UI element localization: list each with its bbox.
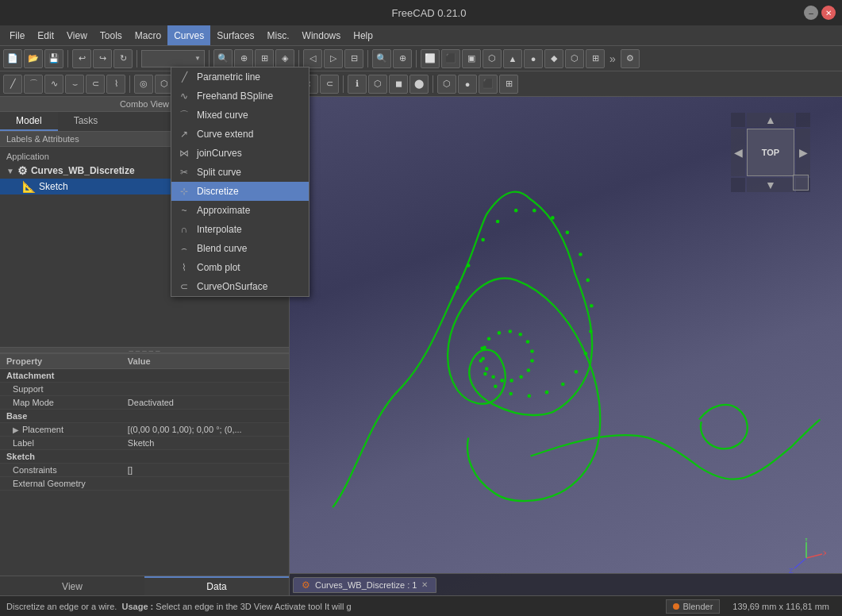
svg-point-16 bbox=[528, 394, 532, 398]
menu-tools[interactable]: Tools bbox=[94, 25, 129, 45]
nav-corner-tr[interactable] bbox=[796, 113, 810, 127]
menu-surfaces[interactable]: Surfaces bbox=[210, 25, 260, 45]
toolbar-btn-c[interactable]: ⊞ bbox=[255, 49, 274, 68]
properties-area: Property Value Attachment Support Map Mo… bbox=[0, 353, 289, 576]
menu-freehand-bspline[interactable]: ∿ Freehand BSpline bbox=[171, 87, 309, 106]
close-button[interactable]: ✕ bbox=[821, 6, 836, 20]
menu-windows[interactable]: Windows bbox=[296, 25, 348, 45]
toolbar-save[interactable]: 💾 bbox=[44, 49, 63, 68]
menu-curves[interactable]: Curves bbox=[167, 25, 210, 45]
menu-parametric-line[interactable]: ╱ Parametric line bbox=[171, 67, 309, 87]
menu-curve-extend[interactable]: ↗ Curve extend bbox=[171, 125, 309, 144]
menu-file[interactable]: File bbox=[3, 25, 31, 45]
menu-join-curves[interactable]: ⋈ joinCurves bbox=[171, 144, 309, 163]
tab-data[interactable]: Data bbox=[144, 576, 289, 595]
menu-interpolate[interactable]: ∩ Interpolate bbox=[171, 220, 309, 239]
blender-indicator[interactable]: Blender bbox=[666, 599, 720, 614]
toolbar2-p[interactable]: ⊂ bbox=[320, 75, 339, 94]
toolbar2-c[interactable]: ∿ bbox=[44, 75, 63, 94]
toolbar-btn-r[interactable]: ⊞ bbox=[586, 49, 605, 68]
toolbar-btn-o[interactable]: ● bbox=[524, 49, 543, 68]
toolbar-btn-m[interactable]: ⬡ bbox=[483, 49, 502, 68]
tab-view[interactable]: View bbox=[0, 576, 144, 595]
toolbar2-a[interactable]: ╱ bbox=[3, 75, 22, 94]
toolbar2-t[interactable]: ⬤ bbox=[409, 75, 429, 94]
svg-line-41 bbox=[794, 558, 806, 568]
nav-corner-tl[interactable] bbox=[731, 113, 745, 127]
nav-arrow-up[interactable]: ▲ bbox=[747, 113, 794, 127]
toolbar-settings[interactable]: ⚙ bbox=[621, 49, 640, 68]
toolbar-btn-n[interactable]: ▲ bbox=[503, 49, 522, 68]
nav-arrow-right[interactable]: ▶ bbox=[796, 129, 810, 176]
toolbar-btn-g[interactable]: ⊟ bbox=[344, 49, 363, 68]
toolbar-btn-b[interactable]: ⊕ bbox=[234, 49, 253, 68]
svg-point-11 bbox=[589, 329, 593, 333]
toolbar2-v[interactable]: ● bbox=[458, 75, 477, 94]
prop-placement-val: [(0,00 0,00 1,00); 0,00 °; (0,... bbox=[121, 423, 289, 437]
menu-mixed-curve[interactable]: ⌒ Mixed curve bbox=[171, 106, 309, 125]
toolbar-btn-f[interactable]: ▷ bbox=[324, 49, 343, 68]
menu-macro[interactable]: Macro bbox=[129, 25, 167, 45]
toolbar-btn-j[interactable]: ⬜ bbox=[421, 49, 440, 68]
toolbar-refresh[interactable]: ↻ bbox=[113, 49, 133, 68]
tab-model[interactable]: Model bbox=[0, 112, 58, 131]
toolbar2-g[interactable]: ◎ bbox=[134, 75, 153, 94]
toolbar2-w[interactable]: ⬛ bbox=[479, 75, 498, 94]
nav-arrow-left[interactable]: ◀ bbox=[731, 129, 745, 176]
viewport-tab-main[interactable]: ⚙ Curves_WB_Discretize : 1 ✕ bbox=[293, 577, 436, 593]
blend-curve-label: Blend curve bbox=[197, 243, 247, 254]
toolbar2-b[interactable]: ⌒ bbox=[24, 75, 43, 94]
toolbar-btn-d[interactable]: ◈ bbox=[275, 49, 294, 68]
nav-arrow-down[interactable]: ▼ bbox=[747, 178, 794, 192]
toolbar-btn-p[interactable]: ◆ bbox=[544, 49, 563, 68]
svg-line-37 bbox=[806, 554, 822, 558]
toolbar-btn-i[interactable]: ⊕ bbox=[393, 49, 412, 68]
menu-misc[interactable]: Misc. bbox=[261, 25, 296, 45]
coord-display: 139,69 mm x 116,81 mm bbox=[726, 600, 836, 613]
resize-handle[interactable]: – – – – – bbox=[0, 347, 289, 353]
toolbar-redo[interactable]: ↪ bbox=[93, 49, 112, 68]
toolbar-new[interactable]: 📄 bbox=[3, 49, 22, 68]
nav-corner-bl[interactable] bbox=[731, 178, 745, 192]
toolbar-btn-l[interactable]: ▣ bbox=[462, 49, 481, 68]
svg-point-33 bbox=[491, 375, 495, 379]
menu-edit[interactable]: Edit bbox=[31, 25, 60, 45]
menu-split-curve[interactable]: ✂ Split curve bbox=[171, 163, 309, 182]
toolbar2-r[interactable]: ⬡ bbox=[368, 75, 387, 94]
viewport-tab-close[interactable]: ✕ bbox=[421, 580, 428, 589]
viewport[interactable]: ▲ ▼ ◀ ▶ TOP X Y Z ⚙ bbox=[290, 97, 842, 595]
menu-comb-plot[interactable]: ⌇ Comb plot bbox=[171, 258, 309, 277]
more-button[interactable]: » bbox=[606, 52, 619, 65]
toolbar-btn-k[interactable]: ⬛ bbox=[441, 49, 460, 68]
svg-point-32 bbox=[500, 379, 504, 383]
toolbar-btn-a[interactable]: 🔍 bbox=[213, 49, 233, 68]
svg-point-3 bbox=[496, 220, 500, 224]
toolbar2-x[interactable]: ⊞ bbox=[499, 75, 518, 94]
workbench-dropdown[interactable]: ▼ bbox=[141, 50, 205, 67]
menu-blend-curve[interactable]: ⌢ Blend curve bbox=[171, 239, 309, 258]
toolbar-undo[interactable]: ↩ bbox=[72, 49, 91, 68]
menu-view[interactable]: View bbox=[60, 25, 94, 45]
toolbar-btn-e[interactable]: ◁ bbox=[303, 49, 322, 68]
toolbar-btn-h[interactable]: 🔍 bbox=[372, 49, 391, 68]
menu-approximate[interactable]: ~ Approximate bbox=[171, 201, 309, 220]
toolbar2-s[interactable]: ◼ bbox=[389, 75, 408, 94]
toolbar2-e[interactable]: ⊂ bbox=[86, 75, 105, 94]
toolbar2-f[interactable]: ⌇ bbox=[106, 75, 125, 94]
mini-cube[interactable] bbox=[793, 175, 809, 191]
menu-help[interactable]: Help bbox=[347, 25, 379, 45]
toolbar2-u[interactable]: ⬡ bbox=[437, 75, 456, 94]
tab-tasks[interactable]: Tasks bbox=[58, 112, 114, 131]
toolbar2-d[interactable]: ⌣ bbox=[65, 75, 84, 94]
interpolate-icon: ∩ bbox=[178, 223, 190, 236]
menu-curve-on-surface[interactable]: ⊂ CurveOnSurface bbox=[171, 277, 309, 296]
status-text: Discretize an edge or a wire. Usage : Se… bbox=[6, 602, 659, 611]
toolbar-btn-q[interactable]: ⬡ bbox=[565, 49, 584, 68]
menu-discretize[interactable]: ⊹ Discretize bbox=[171, 182, 309, 201]
svg-point-14 bbox=[561, 383, 565, 387]
toolbar2-q[interactable]: ℹ bbox=[348, 75, 367, 94]
nav-cube-top[interactable]: TOP bbox=[747, 129, 794, 176]
toolbar-open[interactable]: 📂 bbox=[24, 49, 43, 68]
prop-support-val bbox=[121, 383, 289, 396]
minimize-button[interactable]: – bbox=[804, 6, 818, 20]
